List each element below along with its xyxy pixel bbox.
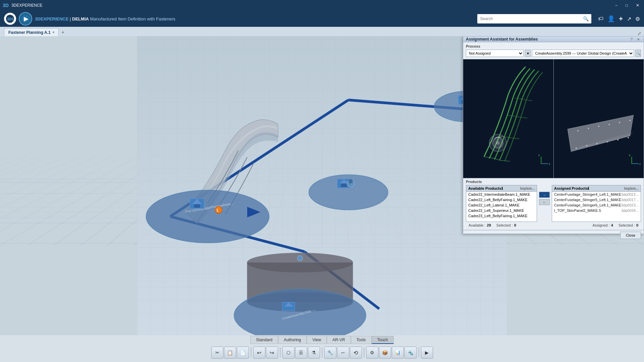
toolbar-row: ✂ 📋 📄 ↩ ↪ ⬡ ☰ ⚗ 🔧 ↔ ⟲ ⚙ 📦 📊 🔩 [207, 345, 437, 361]
svg-point-52 [576, 147, 577, 149]
play-button[interactable]: ▶ [19, 12, 32, 25]
app-icon: 3D [3, 3, 9, 8]
tab-view[interactable]: View [307, 336, 327, 344]
rotate-tool-button[interactable]: ⟲ [350, 347, 362, 359]
process-filter-button[interactable]: ▼ [525, 50, 531, 57]
maximize-button[interactable]: □ [624, 2, 630, 8]
list-item[interactable]: CenterFuselage_Stringer6_Left.1_MAKE3dp0… [552, 202, 641, 208]
assigned-products-list[interactable]: CenterFuselage_Stringer4_Left.1_MAKE3dp0… [552, 192, 641, 222]
title-controls: − □ ✕ [613, 2, 641, 8]
search-box[interactable]: 🔍 [477, 14, 591, 23]
left-view-svg: z x [463, 59, 553, 178]
process-dropdown1[interactable]: Not Assigned [466, 50, 524, 57]
assigned-products-info-icon[interactable]: ℹ [588, 186, 589, 191]
play-icon: ▶ [24, 15, 29, 22]
settings-tool-button[interactable]: ⚙ [366, 347, 378, 359]
analyze-tool-button[interactable]: 📊 [392, 347, 404, 359]
svg-point-56 [617, 139, 618, 140]
fastener-tool-button[interactable]: 🔩 [405, 347, 417, 359]
available-selected-value: 0 [514, 223, 516, 227]
tab-standard[interactable]: Standard [250, 336, 278, 344]
svg-point-47 [588, 128, 589, 129]
share-icon[interactable]: ↗ [627, 16, 631, 22]
svg-point-57 [627, 137, 629, 138]
minimize-button[interactable]: − [613, 2, 620, 8]
svg-point-51 [629, 120, 631, 121]
list-item[interactable]: Cadre22_Left_BellyFairing.1_MAKE [466, 197, 537, 202]
tab-fastener-planning[interactable]: Fastener Planning A.1 × [4, 28, 59, 36]
expand-button[interactable]: ⤢ [637, 31, 641, 36]
list-item[interactable]: Cadre23_Left_BellyFairing.1_MAKE [466, 213, 537, 219]
more-tool-button[interactable]: ▶ [421, 347, 433, 359]
redo-tool-button[interactable]: ↪ [266, 347, 278, 359]
tab-ar-vr[interactable]: AR-VR [327, 336, 351, 344]
settings-icon[interactable]: ⚙ [635, 16, 640, 22]
tool-group-3: ⬡ ☰ ⚗ [282, 347, 320, 359]
available-products-header: Available Products ℹ Implem... [466, 185, 537, 192]
tool-group-4: 🔧 ↔ ⟲ [324, 347, 362, 359]
search-icon: 🔍 [583, 16, 589, 21]
close-button[interactable]: ✕ [634, 2, 641, 8]
available-products-list[interactable]: Cadre22_IntermediateBeam.1_MAKE Cadre22_… [466, 192, 537, 222]
assigned-count-item: Assigned : 4 [592, 223, 613, 227]
svg-text:1: 1 [216, 208, 218, 212]
svg-text:z: z [549, 163, 550, 166]
list-item[interactable]: I_TOP_SkinPanel2_MAKE.53dp0034... [552, 208, 641, 213]
filter-tool-button[interactable]: ☰ [295, 347, 307, 359]
add-icon[interactable]: + [619, 15, 623, 23]
undo-tool-button[interactable]: ↩ [253, 347, 265, 359]
available-products-info-icon[interactable]: ℹ [501, 186, 503, 191]
panel-close-button[interactable]: Close [620, 232, 641, 239]
logo-icon: 3DS [5, 14, 15, 23]
transform-tool-button[interactable]: ⚗ [308, 347, 320, 359]
package-tool-button[interactable]: 📦 [379, 347, 391, 359]
copy-tool-button[interactable]: 📋 [224, 347, 236, 359]
assigned-products-container: Assigned Products ℹ Implem... CenterFuse… [552, 185, 641, 222]
assigned-count-label: Assigned : [592, 223, 609, 227]
svg-text:3DS: 3DS [7, 17, 14, 21]
search-input[interactable] [480, 16, 582, 21]
view-left-3d[interactable]: z x [463, 59, 554, 178]
add-tab-button[interactable]: + [59, 28, 67, 36]
user-icon[interactable]: 👤 [607, 15, 615, 22]
viewport-3d[interactable]: Pre-UX/ManageProcessAsse... 1 [0, 36, 644, 335]
tab-tools[interactable]: Tools [351, 336, 372, 344]
available-count-label: Available : [469, 223, 486, 227]
view-right-3d[interactable]: z x [554, 59, 644, 178]
process-search-button[interactable]: 🔍 [635, 50, 641, 57]
tool-group-5: ⚙ 📦 📊 🔩 [366, 347, 417, 359]
list-item[interactable]: Cadre22_Left_Superieur.1_MAKE [466, 208, 537, 213]
process-dropdown2[interactable]: CreateAssembly.2599 --- Under Global Des… [532, 50, 634, 57]
transfer-right-button[interactable]: → [539, 192, 550, 198]
transfer-left-button[interactable]: ← [539, 199, 550, 205]
available-products-container: Available Products ℹ Implem... Cadre22_I… [466, 185, 537, 222]
main-area: Pre-UX/ManageProcessAsse... 1 [0, 36, 644, 335]
list-item[interactable]: Cadre22_Left_Lateral.1_MAKE [466, 202, 537, 208]
tab-touch[interactable]: Touch [372, 336, 394, 344]
list-item[interactable]: CenterFuselage_Stringer5_Left.1_MAKE3dp0… [552, 197, 641, 202]
panel-help-button[interactable]: ? [629, 37, 634, 42]
company-logo: 3DS [4, 13, 16, 25]
brand-separator: | [70, 16, 72, 21]
brand-delmia: DELMIA [72, 16, 89, 21]
list-item[interactable]: CenterFuselage_Stringer4_Left.1_MAKE3dp0… [552, 192, 641, 197]
products-label: Products [466, 180, 641, 184]
assigned-selected-item: Selected : 0 [619, 223, 638, 227]
tab-authoring[interactable]: Authoring [278, 336, 307, 344]
move-tool-button[interactable]: ↔ [337, 347, 349, 359]
bookmark-icon[interactable]: 🏷 [598, 16, 603, 22]
tab-close-icon[interactable]: × [53, 31, 55, 34]
assigned-products-header: Assigned Products ℹ Implem... [552, 185, 641, 192]
svg-point-37 [496, 141, 499, 144]
svg-point-33 [348, 179, 353, 183]
snap-tool-button[interactable]: 🔧 [324, 347, 336, 359]
paste-tool-button[interactable]: 📄 [237, 347, 249, 359]
panel-close-button[interactable]: ✕ [636, 37, 641, 42]
toolbar-separator-2 [280, 348, 280, 358]
cut-tool-button[interactable]: ✂ [211, 347, 223, 359]
list-item[interactable]: Cadre22_IntermediateBeam.1_MAKE [466, 192, 537, 197]
toolbar-separator-4 [364, 348, 364, 358]
view-tool-button[interactable]: ⬡ [282, 347, 294, 359]
brand-experience: EXPERIENCE [41, 16, 69, 21]
top-icons: 🏷 👤 + ↗ ⚙ [598, 15, 640, 23]
